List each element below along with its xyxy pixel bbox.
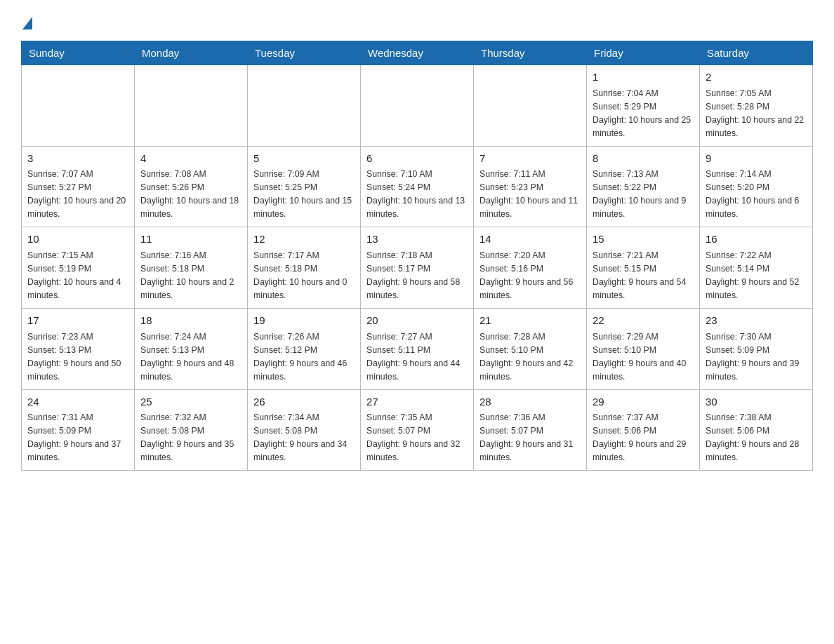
logo: [21, 14, 32, 27]
day-info: Sunrise: 7:35 AM Sunset: 5:07 PM Dayligh…: [366, 411, 468, 464]
calendar-cell: 15Sunrise: 7:21 AM Sunset: 5:15 PM Dayli…: [587, 227, 700, 309]
day-info: Sunrise: 7:30 AM Sunset: 5:09 PM Dayligh…: [706, 330, 807, 384]
day-info: Sunrise: 7:32 AM Sunset: 5:08 PM Dayligh…: [140, 411, 241, 464]
day-info: Sunrise: 7:05 AM Sunset: 5:28 PM Dayligh…: [706, 87, 807, 140]
calendar-cell: 2Sunrise: 7:05 AM Sunset: 5:28 PM Daylig…: [700, 65, 813, 147]
day-info: Sunrise: 7:04 AM Sunset: 5:29 PM Dayligh…: [593, 87, 694, 140]
day-info: Sunrise: 7:11 AM Sunset: 5:23 PM Dayligh…: [479, 168, 581, 221]
calendar-cell: 11Sunrise: 7:16 AM Sunset: 5:18 PM Dayli…: [135, 227, 248, 309]
day-number: 19: [253, 313, 355, 329]
week-row-4: 17Sunrise: 7:23 AM Sunset: 5:13 PM Dayli…: [22, 309, 813, 390]
day-info: Sunrise: 7:36 AM Sunset: 5:07 PM Dayligh…: [479, 411, 581, 464]
calendar-cell: 30Sunrise: 7:38 AM Sunset: 5:06 PM Dayli…: [700, 389, 813, 471]
calendar-cell: 28Sunrise: 7:36 AM Sunset: 5:07 PM Dayli…: [474, 389, 587, 471]
calendar-cell: 7Sunrise: 7:11 AM Sunset: 5:23 PM Daylig…: [474, 146, 587, 227]
weekday-header-saturday: Saturday: [700, 41, 813, 65]
day-info: Sunrise: 7:38 AM Sunset: 5:06 PM Dayligh…: [706, 411, 807, 464]
day-info: Sunrise: 7:27 AM Sunset: 5:11 PM Dayligh…: [366, 330, 468, 384]
weekday-header-wednesday: Wednesday: [361, 41, 474, 65]
day-number: 7: [479, 151, 581, 167]
calendar-cell: [361, 65, 474, 147]
calendar-table: SundayMondayTuesdayWednesdayThursdayFrid…: [21, 41, 813, 471]
day-number: 6: [366, 151, 468, 167]
day-number: 4: [140, 151, 241, 167]
day-info: Sunrise: 7:24 AM Sunset: 5:13 PM Dayligh…: [140, 330, 241, 384]
day-number: 12: [253, 232, 355, 248]
calendar-cell: 20Sunrise: 7:27 AM Sunset: 5:11 PM Dayli…: [361, 309, 474, 390]
day-info: Sunrise: 7:22 AM Sunset: 5:14 PM Dayligh…: [706, 249, 807, 302]
day-info: Sunrise: 7:14 AM Sunset: 5:20 PM Dayligh…: [706, 168, 807, 221]
day-info: Sunrise: 7:26 AM Sunset: 5:12 PM Dayligh…: [253, 330, 355, 384]
weekday-header-monday: Monday: [135, 41, 248, 65]
weekday-header-thursday: Thursday: [474, 41, 587, 65]
day-info: Sunrise: 7:16 AM Sunset: 5:18 PM Dayligh…: [140, 249, 241, 302]
calendar-cell: [248, 65, 361, 147]
page-header: [21, 14, 813, 27]
calendar-cell: 29Sunrise: 7:37 AM Sunset: 5:06 PM Dayli…: [587, 389, 700, 471]
calendar-cell: 12Sunrise: 7:17 AM Sunset: 5:18 PM Dayli…: [248, 227, 361, 309]
day-number: 29: [593, 394, 694, 410]
day-number: 26: [253, 394, 355, 410]
weekday-header-row: SundayMondayTuesdayWednesdayThursdayFrid…: [22, 41, 813, 65]
day-number: 3: [27, 151, 128, 167]
day-number: 18: [140, 313, 241, 329]
calendar-cell: 13Sunrise: 7:18 AM Sunset: 5:17 PM Dayli…: [361, 227, 474, 309]
calendar-cell: 8Sunrise: 7:13 AM Sunset: 5:22 PM Daylig…: [587, 146, 700, 227]
day-number: 9: [706, 151, 807, 167]
day-info: Sunrise: 7:37 AM Sunset: 5:06 PM Dayligh…: [593, 411, 694, 464]
day-info: Sunrise: 7:18 AM Sunset: 5:17 PM Dayligh…: [366, 249, 468, 302]
calendar-cell: 9Sunrise: 7:14 AM Sunset: 5:20 PM Daylig…: [700, 146, 813, 227]
weekday-header-tuesday: Tuesday: [248, 41, 361, 65]
day-number: 13: [366, 232, 468, 248]
day-info: Sunrise: 7:09 AM Sunset: 5:25 PM Dayligh…: [253, 168, 355, 221]
day-number: 23: [706, 313, 807, 329]
calendar-cell: [135, 65, 248, 147]
day-info: Sunrise: 7:07 AM Sunset: 5:27 PM Dayligh…: [27, 168, 128, 221]
day-info: Sunrise: 7:10 AM Sunset: 5:24 PM Dayligh…: [366, 168, 468, 221]
calendar-cell: 19Sunrise: 7:26 AM Sunset: 5:12 PM Dayli…: [248, 309, 361, 390]
calendar-cell: 4Sunrise: 7:08 AM Sunset: 5:26 PM Daylig…: [135, 146, 248, 227]
day-info: Sunrise: 7:29 AM Sunset: 5:10 PM Dayligh…: [593, 330, 694, 384]
weekday-header-sunday: Sunday: [22, 41, 135, 65]
day-number: 10: [27, 232, 128, 248]
day-info: Sunrise: 7:13 AM Sunset: 5:22 PM Dayligh…: [593, 168, 694, 221]
calendar-cell: 16Sunrise: 7:22 AM Sunset: 5:14 PM Dayli…: [700, 227, 813, 309]
day-number: 14: [479, 232, 581, 248]
day-number: 30: [706, 394, 807, 410]
calendar-cell: 10Sunrise: 7:15 AM Sunset: 5:19 PM Dayli…: [22, 227, 135, 309]
calendar-cell: 21Sunrise: 7:28 AM Sunset: 5:10 PM Dayli…: [474, 309, 587, 390]
day-number: 21: [479, 313, 581, 329]
calendar-cell: 17Sunrise: 7:23 AM Sunset: 5:13 PM Dayli…: [22, 309, 135, 390]
calendar-cell: 23Sunrise: 7:30 AM Sunset: 5:09 PM Dayli…: [700, 309, 813, 390]
week-row-2: 3Sunrise: 7:07 AM Sunset: 5:27 PM Daylig…: [22, 146, 813, 227]
day-number: 2: [706, 69, 807, 86]
day-info: Sunrise: 7:08 AM Sunset: 5:26 PM Dayligh…: [140, 168, 241, 221]
day-number: 16: [706, 232, 807, 248]
calendar-cell: 22Sunrise: 7:29 AM Sunset: 5:10 PM Dayli…: [587, 309, 700, 390]
week-row-1: 1Sunrise: 7:04 AM Sunset: 5:29 PM Daylig…: [22, 65, 813, 147]
day-number: 25: [140, 394, 241, 410]
calendar-cell: 14Sunrise: 7:20 AM Sunset: 5:16 PM Dayli…: [474, 227, 587, 309]
day-number: 1: [593, 69, 694, 86]
calendar-cell: 18Sunrise: 7:24 AM Sunset: 5:13 PM Dayli…: [135, 309, 248, 390]
day-number: 27: [366, 394, 468, 410]
weekday-header-friday: Friday: [587, 41, 700, 65]
day-info: Sunrise: 7:15 AM Sunset: 5:19 PM Dayligh…: [27, 249, 128, 302]
day-number: 24: [27, 394, 128, 410]
day-info: Sunrise: 7:31 AM Sunset: 5:09 PM Dayligh…: [27, 411, 128, 464]
calendar-cell: 25Sunrise: 7:32 AM Sunset: 5:08 PM Dayli…: [135, 389, 248, 471]
day-number: 22: [593, 313, 694, 329]
calendar-cell: 26Sunrise: 7:34 AM Sunset: 5:08 PM Dayli…: [248, 389, 361, 471]
calendar-cell: 6Sunrise: 7:10 AM Sunset: 5:24 PM Daylig…: [361, 146, 474, 227]
day-number: 20: [366, 313, 468, 329]
day-info: Sunrise: 7:28 AM Sunset: 5:10 PM Dayligh…: [479, 330, 581, 384]
day-number: 17: [27, 313, 128, 329]
day-info: Sunrise: 7:17 AM Sunset: 5:18 PM Dayligh…: [253, 249, 355, 302]
week-row-3: 10Sunrise: 7:15 AM Sunset: 5:19 PM Dayli…: [22, 227, 813, 309]
day-number: 8: [593, 151, 694, 167]
logo-top: [21, 14, 32, 29]
day-info: Sunrise: 7:21 AM Sunset: 5:15 PM Dayligh…: [593, 249, 694, 302]
calendar-cell: 27Sunrise: 7:35 AM Sunset: 5:07 PM Dayli…: [361, 389, 474, 471]
logo-arrow-icon: [22, 17, 32, 29]
day-info: Sunrise: 7:20 AM Sunset: 5:16 PM Dayligh…: [479, 249, 581, 302]
